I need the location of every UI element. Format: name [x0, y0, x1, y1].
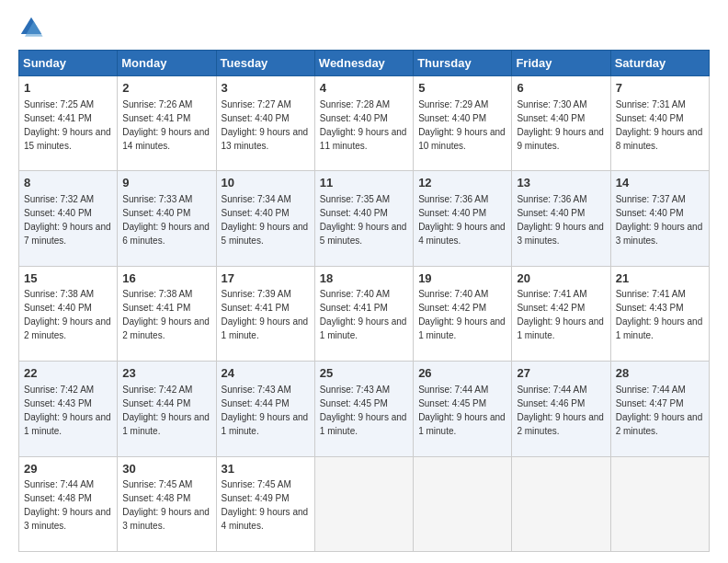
- day-cell-13: 13 Sunrise: 7:36 AMSunset: 4:40 PMDaylig…: [512, 171, 610, 266]
- day-info: Sunrise: 7:41 AMSunset: 4:43 PMDaylight:…: [616, 289, 703, 340]
- header: [18, 15, 710, 40]
- page: SundayMondayTuesdayWednesdayThursdayFrid…: [0, 0, 728, 563]
- day-info: Sunrise: 7:25 AMSunset: 4:41 PMDaylight:…: [24, 99, 111, 151]
- day-number: 18: [320, 270, 408, 287]
- day-cell-15: 15 Sunrise: 7:38 AMSunset: 4:40 PMDaylig…: [19, 266, 118, 361]
- day-number: 17: [222, 270, 310, 287]
- column-header-monday: Monday: [118, 51, 216, 76]
- day-info: Sunrise: 7:36 AMSunset: 4:40 PMDaylight:…: [418, 194, 506, 246]
- day-cell-14: 14 Sunrise: 7:37 AMSunset: 4:40 PMDaylig…: [610, 171, 709, 266]
- day-info: Sunrise: 7:27 AMSunset: 4:40 PMDaylight:…: [222, 99, 309, 151]
- empty-cell: [610, 456, 709, 551]
- day-info: Sunrise: 7:37 AMSunset: 4:40 PMDaylight:…: [616, 194, 703, 246]
- day-cell-10: 10 Sunrise: 7:34 AMSunset: 4:40 PMDaylig…: [216, 171, 314, 266]
- day-number: 29: [24, 461, 112, 477]
- day-cell-24: 24 Sunrise: 7:43 AMSunset: 4:44 PMDaylig…: [216, 362, 314, 456]
- day-number: 25: [320, 365, 408, 382]
- day-cell-1: 1 Sunrise: 7:25 AMSunset: 4:41 PMDayligh…: [19, 76, 118, 171]
- empty-cell: [414, 456, 512, 551]
- day-number: 4: [320, 80, 408, 97]
- day-cell-9: 9 Sunrise: 7:33 AMSunset: 4:40 PMDayligh…: [118, 171, 216, 266]
- day-cell-20: 20 Sunrise: 7:41 AMSunset: 4:42 PMDaylig…: [512, 266, 610, 361]
- day-cell-27: 27 Sunrise: 7:44 AMSunset: 4:46 PMDaylig…: [512, 362, 610, 456]
- day-info: Sunrise: 7:42 AMSunset: 4:43 PMDaylight:…: [24, 385, 111, 436]
- day-cell-6: 6 Sunrise: 7:30 AMSunset: 4:40 PMDayligh…: [512, 76, 610, 171]
- day-number: 20: [517, 270, 605, 287]
- day-number: 27: [517, 365, 605, 382]
- day-number: 21: [616, 270, 704, 287]
- day-cell-4: 4 Sunrise: 7:28 AMSunset: 4:40 PMDayligh…: [314, 76, 413, 171]
- day-info: Sunrise: 7:38 AMSunset: 4:41 PMDaylight:…: [122, 289, 210, 340]
- day-number: 16: [122, 270, 210, 287]
- day-cell-7: 7 Sunrise: 7:31 AMSunset: 4:40 PMDayligh…: [610, 76, 709, 171]
- day-cell-2: 2 Sunrise: 7:26 AMSunset: 4:41 PMDayligh…: [118, 76, 216, 171]
- week-row-4: 22 Sunrise: 7:42 AMSunset: 4:43 PMDaylig…: [19, 362, 710, 456]
- day-cell-18: 18 Sunrise: 7:40 AMSunset: 4:41 PMDaylig…: [314, 266, 413, 361]
- column-header-tuesday: Tuesday: [216, 51, 314, 76]
- logo: [18, 15, 48, 40]
- day-info: Sunrise: 7:26 AMSunset: 4:41 PMDaylight:…: [122, 99, 210, 151]
- day-info: Sunrise: 7:29 AMSunset: 4:40 PMDaylight:…: [418, 99, 506, 151]
- column-header-thursday: Thursday: [414, 51, 512, 76]
- day-number: 6: [517, 80, 605, 97]
- day-number: 1: [24, 80, 112, 97]
- week-row-2: 8 Sunrise: 7:32 AMSunset: 4:40 PMDayligh…: [19, 171, 710, 266]
- column-header-sunday: Sunday: [19, 51, 118, 76]
- day-number: 31: [222, 461, 310, 477]
- day-number: 9: [122, 175, 210, 191]
- day-cell-28: 28 Sunrise: 7:44 AMSunset: 4:47 PMDaylig…: [610, 362, 709, 456]
- day-info: Sunrise: 7:39 AMSunset: 4:41 PMDaylight:…: [222, 289, 309, 340]
- day-cell-19: 19 Sunrise: 7:40 AMSunset: 4:42 PMDaylig…: [414, 266, 512, 361]
- column-header-friday: Friday: [512, 51, 610, 76]
- day-number: 11: [320, 175, 408, 191]
- day-cell-17: 17 Sunrise: 7:39 AMSunset: 4:41 PMDaylig…: [216, 266, 314, 361]
- column-header-wednesday: Wednesday: [314, 51, 413, 76]
- day-info: Sunrise: 7:44 AMSunset: 4:48 PMDaylight:…: [24, 479, 111, 531]
- day-number: 23: [122, 365, 210, 382]
- day-cell-21: 21 Sunrise: 7:41 AMSunset: 4:43 PMDaylig…: [610, 266, 709, 361]
- day-cell-16: 16 Sunrise: 7:38 AMSunset: 4:41 PMDaylig…: [118, 266, 216, 361]
- day-info: Sunrise: 7:28 AMSunset: 4:40 PMDaylight:…: [320, 99, 407, 151]
- day-number: 22: [24, 365, 112, 382]
- day-info: Sunrise: 7:44 AMSunset: 4:45 PMDaylight:…: [418, 385, 506, 436]
- day-number: 14: [616, 175, 704, 191]
- day-info: Sunrise: 7:45 AMSunset: 4:48 PMDaylight:…: [122, 479, 210, 531]
- day-info: Sunrise: 7:40 AMSunset: 4:42 PMDaylight:…: [418, 289, 506, 340]
- day-number: 15: [24, 270, 112, 287]
- day-number: 12: [418, 175, 506, 191]
- day-cell-31: 31 Sunrise: 7:45 AMSunset: 4:49 PMDaylig…: [216, 456, 314, 551]
- day-info: Sunrise: 7:35 AMSunset: 4:40 PMDaylight:…: [320, 194, 407, 246]
- day-info: Sunrise: 7:34 AMSunset: 4:40 PMDaylight:…: [222, 194, 309, 246]
- day-number: 28: [616, 365, 704, 382]
- day-cell-11: 11 Sunrise: 7:35 AMSunset: 4:40 PMDaylig…: [314, 171, 413, 266]
- day-cell-25: 25 Sunrise: 7:43 AMSunset: 4:45 PMDaylig…: [314, 362, 413, 456]
- day-cell-3: 3 Sunrise: 7:27 AMSunset: 4:40 PMDayligh…: [216, 76, 314, 171]
- day-number: 3: [222, 80, 310, 97]
- week-row-3: 15 Sunrise: 7:38 AMSunset: 4:40 PMDaylig…: [19, 266, 710, 361]
- day-number: 5: [418, 80, 506, 97]
- column-header-saturday: Saturday: [610, 51, 709, 76]
- day-number: 26: [418, 365, 506, 382]
- day-cell-5: 5 Sunrise: 7:29 AMSunset: 4:40 PMDayligh…: [414, 76, 512, 171]
- day-cell-26: 26 Sunrise: 7:44 AMSunset: 4:45 PMDaylig…: [414, 362, 512, 456]
- day-info: Sunrise: 7:32 AMSunset: 4:40 PMDaylight:…: [24, 194, 111, 246]
- day-info: Sunrise: 7:33 AMSunset: 4:40 PMDaylight:…: [122, 194, 210, 246]
- day-info: Sunrise: 7:44 AMSunset: 4:46 PMDaylight:…: [517, 385, 604, 436]
- day-cell-8: 8 Sunrise: 7:32 AMSunset: 4:40 PMDayligh…: [19, 171, 118, 266]
- week-row-1: 1 Sunrise: 7:25 AMSunset: 4:41 PMDayligh…: [19, 76, 710, 171]
- day-number: 30: [122, 461, 210, 477]
- day-info: Sunrise: 7:36 AMSunset: 4:40 PMDaylight:…: [517, 194, 604, 246]
- empty-cell: [512, 456, 610, 551]
- day-info: Sunrise: 7:40 AMSunset: 4:41 PMDaylight:…: [320, 289, 407, 340]
- day-info: Sunrise: 7:41 AMSunset: 4:42 PMDaylight:…: [517, 289, 604, 340]
- day-cell-23: 23 Sunrise: 7:42 AMSunset: 4:44 PMDaylig…: [118, 362, 216, 456]
- day-number: 10: [222, 175, 310, 191]
- day-cell-22: 22 Sunrise: 7:42 AMSunset: 4:43 PMDaylig…: [19, 362, 118, 456]
- day-info: Sunrise: 7:42 AMSunset: 4:44 PMDaylight:…: [122, 385, 210, 436]
- logo-icon: [18, 15, 44, 40]
- day-number: 8: [24, 175, 112, 191]
- day-info: Sunrise: 7:30 AMSunset: 4:40 PMDaylight:…: [517, 99, 604, 151]
- day-info: Sunrise: 7:43 AMSunset: 4:45 PMDaylight:…: [320, 385, 407, 436]
- day-info: Sunrise: 7:45 AMSunset: 4:49 PMDaylight:…: [222, 479, 309, 531]
- day-cell-29: 29 Sunrise: 7:44 AMSunset: 4:48 PMDaylig…: [19, 456, 118, 551]
